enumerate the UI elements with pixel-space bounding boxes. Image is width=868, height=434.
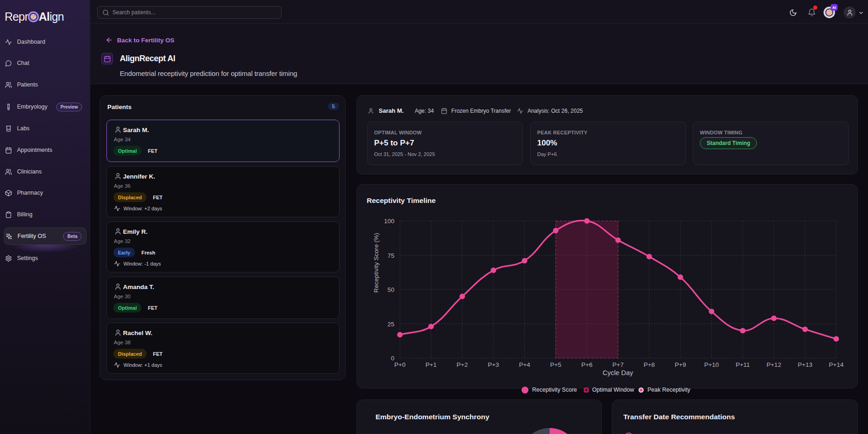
svg-text:100: 100 <box>384 218 394 225</box>
svg-text:75: 75 <box>387 252 394 259</box>
svg-text:0: 0 <box>391 355 394 362</box>
svg-text:P+9: P+9 <box>675 361 686 368</box>
svg-text:Receptivity Score (%): Receptivity Score (%) <box>373 233 380 293</box>
svg-text:P+1: P+1 <box>425 361 436 368</box>
svg-text:P+4: P+4 <box>519 361 530 368</box>
svg-text:P+8: P+8 <box>644 361 655 368</box>
svg-text:25: 25 <box>387 321 394 328</box>
svg-text:P+12: P+12 <box>767 361 781 368</box>
svg-text:P+11: P+11 <box>736 361 750 368</box>
svg-text:P+5: P+5 <box>550 361 561 368</box>
svg-text:P+0: P+0 <box>394 361 405 368</box>
svg-text:P+6: P+6 <box>581 361 592 368</box>
svg-text:P+14: P+14 <box>829 361 844 368</box>
svg-text:P+13: P+13 <box>798 361 812 368</box>
svg-text:P+2: P+2 <box>457 361 468 368</box>
svg-text:P+7: P+7 <box>612 361 623 368</box>
svg-text:P+3: P+3 <box>488 361 499 368</box>
svg-text:P+10: P+10 <box>704 361 719 368</box>
svg-text:Cycle Day: Cycle Day <box>603 369 633 376</box>
svg-text:50: 50 <box>387 286 394 293</box>
